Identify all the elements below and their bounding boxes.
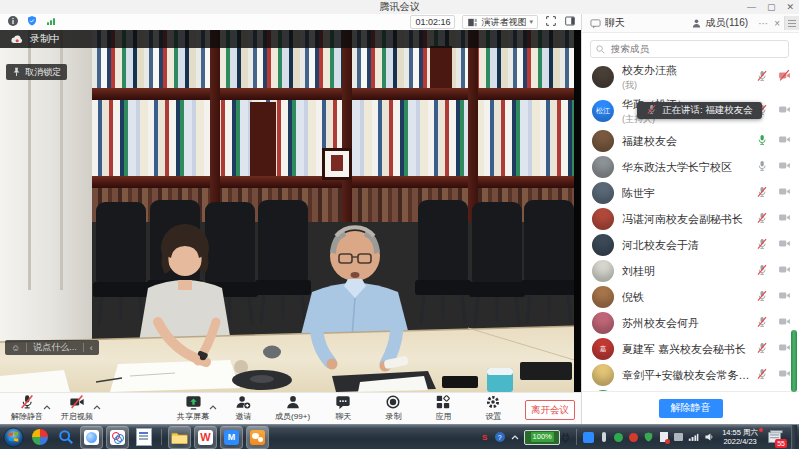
camera-status-icon: [778, 210, 791, 228]
search-members-input[interactable]: [590, 40, 789, 58]
tencent-meeting-app-icon[interactable]: M: [221, 427, 242, 448]
member-row[interactable]: 冯谌河南校友会副秘书长: [582, 206, 799, 232]
network-quality-icon[interactable]: [45, 13, 57, 31]
member-row[interactable]: 章剑平+安徽校友会常务副会长常务: [582, 362, 799, 388]
toolbar-button-members[interactable]: 成员(99+): [268, 393, 318, 424]
taskbar-clock[interactable]: 14:55 周六 2022/4/23: [718, 428, 762, 446]
member-name: 河北校友会于清: [622, 238, 699, 253]
recording-banner: 录制中: [0, 30, 574, 48]
member-avatar: [592, 312, 614, 334]
unpin-button[interactable]: 取消锁定: [6, 64, 67, 80]
toolbar-button-chat[interactable]: 聊天: [318, 393, 368, 424]
toolbar-button-label: 解除静音: [11, 411, 43, 422]
member-row[interactable]: 河北校友会于清: [582, 232, 799, 258]
unmute-button[interactable]: 解除静音: [659, 399, 723, 418]
maximize-button[interactable]: ▢: [767, 0, 776, 14]
camera-status-icon: [778, 340, 791, 358]
browser-app-icon[interactable]: [81, 427, 102, 448]
device-tray-icon[interactable]: [673, 432, 684, 443]
file-explorer-icon[interactable]: [169, 427, 190, 448]
safety-red-icon[interactable]: [628, 432, 639, 443]
fullscreen-icon[interactable]: [545, 13, 557, 31]
toolbar-button-camera-off[interactable]: 开启视频: [52, 393, 102, 424]
network-signal-icon[interactable]: [688, 432, 699, 443]
panel-close-button[interactable]: ×: [774, 18, 780, 29]
toolbar-button-label: 邀请: [235, 411, 251, 422]
input-method-icon[interactable]: S: [479, 432, 490, 443]
toolbar-button-invite[interactable]: 邀请: [218, 393, 268, 424]
start-button[interactable]: [3, 427, 24, 448]
camera-status-icon: [778, 314, 791, 332]
audio-device-icon[interactable]: [598, 432, 609, 443]
meeting-security-shield-icon[interactable]: [26, 13, 38, 31]
camera-status-icon: [778, 236, 791, 254]
member-row[interactable]: 刘桂明: [582, 258, 799, 284]
member-avatar: [592, 208, 614, 230]
member-role: (我): [622, 79, 677, 92]
member-avatar: 嘉: [592, 338, 614, 360]
tab-members[interactable]: 成员(116): [685, 14, 755, 32]
member-row[interactable]: 陈世宇: [582, 180, 799, 206]
meeting-room-scene: [0, 30, 581, 392]
show-desktop-button[interactable]: [791, 425, 797, 449]
collapse-arrow-icon[interactable]: ‹: [84, 340, 99, 355]
clipboard-alert-icon[interactable]: [658, 432, 669, 443]
toolbar-button-mic-muted[interactable]: 解除静音: [2, 393, 52, 424]
emoji-button[interactable]: ☺: [5, 340, 26, 355]
view-mode-button[interactable]: 演讲者视图 ▾: [462, 15, 538, 29]
search-app-icon[interactable]: [55, 427, 76, 448]
mic-status-icon: [756, 366, 768, 384]
panel-footer: 解除静音: [582, 391, 799, 424]
member-row[interactable]: 倪铁: [582, 284, 799, 310]
mic-status-icon: [756, 68, 768, 86]
document-app-icon[interactable]: [133, 427, 154, 448]
member-name: 校友办汪燕: [622, 63, 677, 78]
mic-status-icon: [756, 236, 768, 254]
member-avatar: [592, 364, 614, 386]
member-avatar: [592, 260, 614, 282]
mic-status-icon: [756, 262, 768, 280]
side-panel-toggle-icon[interactable]: [564, 13, 576, 31]
tab-chat[interactable]: 聊天: [584, 14, 631, 32]
say-something-input[interactable]: 说点什么...: [27, 340, 83, 355]
toolbar-button-record[interactable]: 录制: [368, 393, 418, 424]
toolbar-button-share-screen[interactable]: 共享屏幕: [168, 393, 218, 424]
close-button[interactable]: ✕: [786, 0, 794, 14]
meeting-info-icon[interactable]: [7, 13, 19, 31]
help-icon[interactable]: ?: [494, 432, 505, 443]
toolbar-button-settings[interactable]: 设置: [468, 393, 518, 424]
battery-indicator[interactable]: 100%: [524, 430, 570, 445]
member-row[interactable]: 嘉 夏建军 嘉兴校友会秘书长: [582, 336, 799, 362]
safety-green-icon[interactable]: [613, 432, 624, 443]
toolbar-button-label: 应用: [435, 411, 451, 422]
member-avatar: [592, 130, 614, 152]
expand-caret-icon[interactable]: [43, 396, 51, 414]
minimize-button[interactable]: —: [747, 0, 756, 14]
member-row[interactable]: 苏州校友会何丹: [582, 310, 799, 336]
wps-app-icon[interactable]: W: [195, 427, 216, 448]
member-row[interactable]: 华东政法大学长宁校区: [582, 154, 799, 180]
panel-more-button[interactable]: ···: [758, 18, 768, 29]
member-list-scrollbar[interactable]: [791, 330, 797, 392]
volume-icon[interactable]: [703, 432, 714, 443]
expand-caret-icon[interactable]: [93, 396, 101, 414]
mic-status-icon: [756, 288, 768, 306]
camera-status-icon: [778, 262, 791, 280]
member-row[interactable]: 福建校友会: [582, 128, 799, 154]
pinwheel-app-icon[interactable]: [29, 427, 50, 448]
toolbar-button-apps[interactable]: 应用: [418, 393, 468, 424]
expand-caret-icon[interactable]: [209, 396, 217, 414]
circles-app-icon[interactable]: [107, 427, 128, 448]
pin-icon: [12, 67, 21, 77]
mic-status-icon: [756, 158, 768, 176]
leave-meeting-button[interactable]: 离开会议: [525, 400, 575, 420]
wechat-app-icon[interactable]: [247, 427, 268, 448]
camera-status-icon: [778, 366, 791, 384]
notification-windows-icon[interactable]: 55: [766, 428, 784, 446]
meeting-tray-icon[interactable]: [583, 432, 594, 443]
shield-tray-icon[interactable]: [643, 432, 654, 443]
member-row[interactable]: 校友办汪燕 (我): [582, 60, 799, 94]
panel-menu-icon[interactable]: [784, 16, 799, 30]
tray-expand-caret-icon[interactable]: [509, 432, 520, 443]
toolbar-button-label: 设置: [485, 411, 501, 422]
